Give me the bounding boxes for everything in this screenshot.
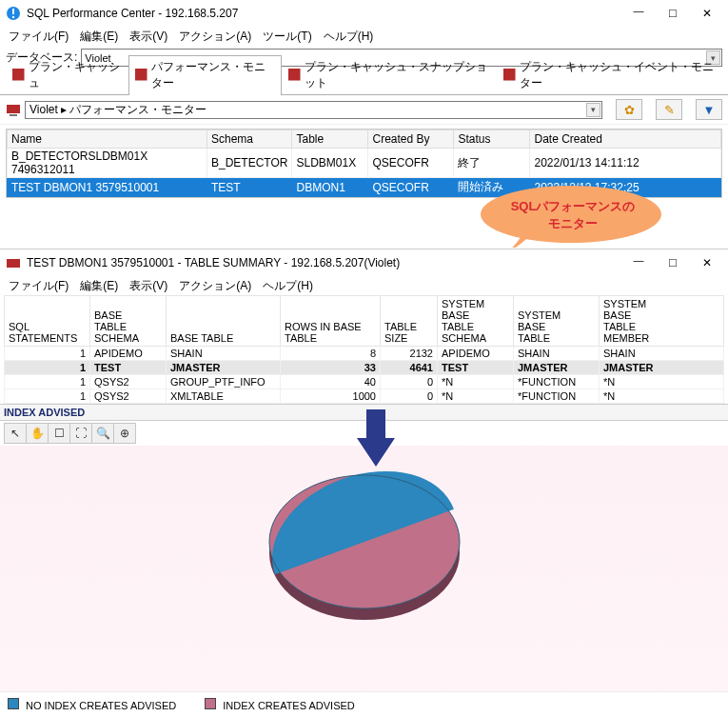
menu-file[interactable]: ファイル(F) bbox=[6, 278, 71, 293]
cell: GROUP_PTF_INFO bbox=[167, 375, 281, 389]
cell-date: 2023/12/12 17:32:25 bbox=[530, 178, 721, 197]
main-tabs: プラン・キャッシュ パフォーマンス・モニター プラン・キャッシュ・スナップショッ… bbox=[0, 70, 728, 95]
cell: 1 bbox=[5, 347, 90, 361]
cell-status: 終了 bbox=[454, 149, 530, 178]
chevron-down-icon[interactable] bbox=[586, 103, 600, 117]
cell: *FUNCTION bbox=[514, 375, 600, 389]
cell-schema: B_DETECTOR bbox=[207, 149, 292, 178]
refresh-button[interactable]: ✿ bbox=[616, 99, 642, 120]
menu-help[interactable]: ヘルプ(H) bbox=[321, 29, 377, 44]
tab-plan-cache-snapshot[interactable]: プラン・キャッシュ・スナップショット bbox=[282, 55, 497, 95]
col-smember[interactable]: SYSTEM BASE TABLE MEMBER bbox=[600, 296, 724, 347]
cell: SHAIN bbox=[514, 347, 600, 361]
cell: XMLTABLE bbox=[167, 389, 281, 404]
table-row[interactable]: B_DETECTORSLDBM01X 7496312011 B_DETECTOR… bbox=[8, 149, 721, 178]
cell: 0 bbox=[381, 375, 438, 389]
filter-button[interactable]: ▼ bbox=[696, 99, 722, 120]
cell: JMASTER bbox=[167, 361, 281, 375]
summary-menubar: ファイル(F) 編集(E) 表示(V) アクション(A) ヘルプ(H) bbox=[0, 276, 728, 295]
table-row-selected[interactable]: TEST DBMON1 3579510001 TEST DBMON1 QSECO… bbox=[8, 178, 721, 197]
maximize-button[interactable] bbox=[656, 250, 690, 275]
cell: QSYS2 bbox=[90, 389, 167, 404]
menu-view[interactable]: 表示(V) bbox=[127, 29, 170, 44]
cell: 1 bbox=[5, 375, 90, 389]
col-bschema[interactable]: BASE TABLE SCHEMA bbox=[90, 296, 167, 347]
cell-status: 開始済み bbox=[454, 178, 530, 197]
cell: SHAIN bbox=[600, 347, 724, 361]
cell: 8 bbox=[281, 347, 381, 361]
col-stable[interactable]: SYSTEM BASE TABLE bbox=[514, 296, 600, 347]
monitor-table-wrap: Name Schema Table Created By Status Date… bbox=[6, 129, 722, 198]
table-row[interactable]: 1 QSYS2 GROUP_PTF_INFO 40 0 *N *FUNCTION… bbox=[5, 375, 724, 389]
menu-view[interactable]: 表示(V) bbox=[127, 278, 170, 293]
table-header-row[interactable]: SQL STATEMENTS BASE TABLE SCHEMA BASE TA… bbox=[5, 296, 724, 347]
col-sql[interactable]: SQL STATEMENTS bbox=[5, 296, 90, 347]
col-size[interactable]: TABLE SIZE bbox=[381, 296, 438, 347]
app-icon bbox=[6, 6, 21, 21]
pie-chart-area[interactable] bbox=[0, 446, 728, 691]
svg-point-2 bbox=[12, 16, 14, 18]
cell: 0 bbox=[381, 389, 438, 404]
col-status[interactable]: Status bbox=[454, 130, 530, 149]
new-monitor-button[interactable]: ✎ bbox=[656, 99, 682, 120]
col-rows[interactable]: ROWS IN BASE TABLE bbox=[281, 296, 381, 347]
perf-center-titlebar[interactable]: SQL Performance Center - 192.168.5.207 bbox=[0, 0, 728, 27]
zoom-area-icon[interactable]: ⛶ bbox=[69, 423, 92, 444]
tab-label: プラン・キャッシュ・スナップショット bbox=[305, 59, 488, 91]
col-name[interactable]: Name bbox=[8, 130, 207, 149]
main-menubar: ファイル(F) 編集(E) 表示(V) アクション(A) ツール(T) ヘルプ(… bbox=[0, 27, 728, 46]
col-btable[interactable]: BASE TABLE bbox=[167, 296, 281, 347]
table-row-highlighted[interactable]: 1 TEST JMASTER 33 4641 TEST JMASTER JMAS… bbox=[5, 361, 724, 375]
cell: 40 bbox=[281, 375, 381, 389]
svg-rect-6 bbox=[503, 69, 516, 81]
col-sschema[interactable]: SYSTEM BASE TABLE SCHEMA bbox=[438, 296, 514, 347]
menu-action[interactable]: アクション(A) bbox=[176, 29, 254, 44]
col-schema[interactable]: Schema bbox=[207, 130, 292, 149]
inspect-tool-icon[interactable]: ☐ bbox=[48, 423, 70, 444]
cell: 4641 bbox=[381, 361, 438, 375]
summary-titlebar[interactable]: TEST DBMON1 3579510001 - TABLE SUMMARY -… bbox=[0, 249, 728, 276]
col-date[interactable]: Date Created bbox=[530, 130, 721, 149]
table-row[interactable]: 1 APIDEMO SHAIN 8 2132 APIDEMO SHAIN SHA… bbox=[5, 347, 724, 361]
col-table[interactable]: Table bbox=[292, 130, 368, 149]
close-button[interactable] bbox=[690, 250, 724, 275]
cell-creator: QSECOFR bbox=[368, 178, 454, 197]
legend-item-no-index: NO INDEX CREATES ADVISED bbox=[8, 698, 176, 711]
svg-rect-5 bbox=[288, 69, 301, 81]
hand-tool-icon[interactable]: ✋ bbox=[26, 423, 49, 444]
zoom-in-icon[interactable]: 🔍 bbox=[91, 423, 114, 444]
monitor-table[interactable]: Name Schema Table Created By Status Date… bbox=[7, 129, 721, 197]
menu-file[interactable]: ファイル(F) bbox=[6, 29, 71, 44]
sql-icon bbox=[12, 69, 25, 82]
tab-label: パフォーマンス・モニター bbox=[151, 59, 274, 91]
tab-plan-cache-event-monitor[interactable]: プラン・キャッシュ・イベント・モニター bbox=[497, 55, 722, 95]
cell: QSYS2 bbox=[90, 375, 167, 389]
table-header-row[interactable]: Name Schema Table Created By Status Date… bbox=[8, 130, 721, 149]
table-row[interactable]: 1 QSYS2 XMLTABLE 1000 0 *N *FUNCTION *N bbox=[5, 389, 724, 404]
cell-name: B_DETECTORSLDBM01X 7496312011 bbox=[8, 149, 207, 178]
cell: *N bbox=[600, 389, 724, 404]
col-creator[interactable]: Created By bbox=[368, 130, 454, 149]
summary-table[interactable]: SQL STATEMENTS BASE TABLE SCHEMA BASE TA… bbox=[4, 295, 724, 404]
minimize-button[interactable] bbox=[621, 250, 656, 275]
svg-rect-8 bbox=[10, 114, 17, 116]
menu-tool[interactable]: ツール(T) bbox=[260, 29, 314, 44]
reset-zoom-icon[interactable]: ⊕ bbox=[113, 423, 136, 444]
menu-action[interactable]: アクション(A) bbox=[176, 278, 254, 293]
menu-help[interactable]: ヘルプ(H) bbox=[260, 278, 316, 293]
minimize-button[interactable] bbox=[621, 1, 656, 26]
pie-chart bbox=[255, 458, 474, 629]
pointer-tool-icon[interactable]: ↖ bbox=[4, 423, 27, 444]
cell: 1 bbox=[5, 389, 90, 404]
tab-plan-cache[interactable]: プラン・キャッシュ bbox=[6, 55, 128, 95]
menu-edit[interactable]: 編集(E) bbox=[77, 278, 121, 293]
menu-edit[interactable]: 編集(E) bbox=[77, 29, 121, 44]
app-icon bbox=[6, 255, 21, 270]
maximize-button[interactable] bbox=[656, 1, 690, 26]
tab-perf-monitor[interactable]: パフォーマンス・モニター bbox=[128, 55, 282, 95]
cell: SHAIN bbox=[167, 347, 281, 361]
cell-table: SLDBM01X bbox=[292, 149, 368, 178]
breadcrumb-combo[interactable]: Violet ▸ パフォーマンス・モニター bbox=[25, 101, 602, 119]
cell: *N bbox=[438, 375, 514, 389]
close-button[interactable] bbox=[690, 1, 724, 26]
